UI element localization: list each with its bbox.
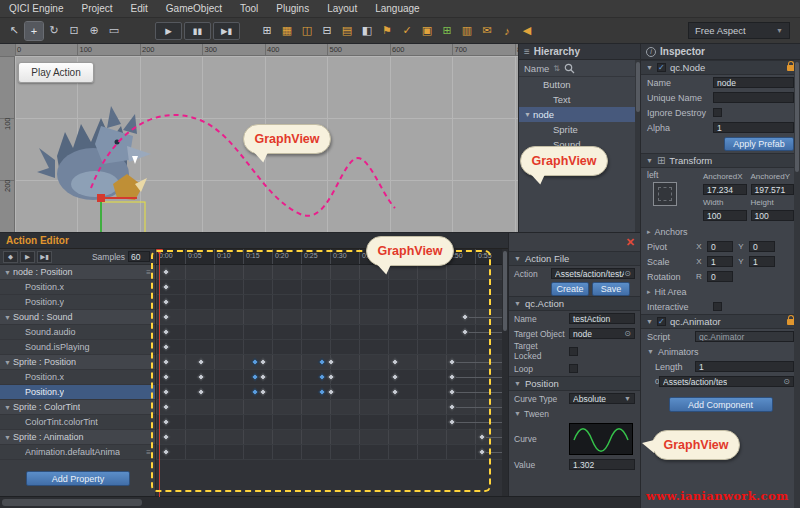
collapse-arrow-icon[interactable]: ▸ <box>647 228 651 236</box>
keyframe-diamond-gray[interactable] <box>162 403 170 411</box>
sort-caret-icon[interactable]: ⇅ <box>553 64 560 73</box>
pause-button[interactable]: ▮▮ <box>184 22 211 40</box>
track-sound-sound[interactable]: ▼Sound : Sound <box>0 310 155 325</box>
keyframe-diamond-gray[interactable] <box>162 313 170 321</box>
rotation-input[interactable]: 0 <box>707 271 733 282</box>
scrollbar-thumb[interactable] <box>2 499 142 506</box>
keyframe-diamond-gray[interactable] <box>326 358 334 366</box>
scale-tool-icon[interactable]: ⊡ <box>65 22 83 40</box>
curve-type-select[interactable]: Absolute ▼ <box>569 393 635 404</box>
qc-animator-enabled-checkbox[interactable]: ✓ <box>657 317 666 326</box>
keyframe-diamond-gray[interactable] <box>461 328 469 336</box>
keyframe-diamond-gray[interactable] <box>448 403 456 411</box>
track-sound-isplaying[interactable]: Sound.isPlaying <box>0 340 155 355</box>
transform-gizmo[interactable] <box>97 194 145 232</box>
keyframe-diamond-gray[interactable] <box>162 283 170 291</box>
hierarchy-item-button[interactable]: Button <box>519 77 640 92</box>
length-input[interactable]: 1 <box>695 361 794 372</box>
curve-preview[interactable] <box>569 423 633 455</box>
action-asset-input[interactable]: Assets/action/testActio ⊙ <box>551 268 635 279</box>
rows-icon[interactable]: ⊟ <box>318 22 336 40</box>
panel-icon[interactable]: ◧ <box>358 22 376 40</box>
anchors-row[interactable]: ▸ Anchors <box>641 224 800 239</box>
track-position-y[interactable]: Position.y <box>0 385 155 400</box>
keyframe-diamond-gray[interactable] <box>390 388 398 396</box>
keyframe-diamond-gray[interactable] <box>162 433 170 441</box>
keyframe-diamond-gray[interactable] <box>390 373 398 381</box>
unique-name-input[interactable] <box>713 92 794 103</box>
samples-input[interactable]: 60 <box>128 251 150 262</box>
keyframe-diamond-gray[interactable] <box>162 298 170 306</box>
object-picker-icon[interactable]: ⊙ <box>783 377 790 386</box>
create-button[interactable]: Create <box>551 282 589 296</box>
width-input[interactable]: 100 <box>703 210 747 221</box>
action-name-input[interactable]: testAction <box>569 313 635 324</box>
hit-area-row[interactable]: ▸ Hit Area <box>641 284 800 299</box>
flag-icon[interactable]: ⚑ <box>378 22 396 40</box>
keyframe-diamond-gray[interactable] <box>162 418 170 426</box>
animator-asset-input[interactable]: Assets/action/tes ⊙ <box>659 376 794 387</box>
keyframe-diamond-gray[interactable] <box>197 373 205 381</box>
qc-animator-section-header[interactable]: ▼ ✓ qc.Animator <box>641 314 800 329</box>
keyframe-diamond-blue[interactable] <box>318 388 326 396</box>
menu-item-layout[interactable]: Layout <box>318 0 366 18</box>
keyframe-diamond-gray[interactable] <box>259 358 267 366</box>
keyframe-diamond-gray[interactable] <box>448 358 456 366</box>
keyframe-diamond-blue[interactable] <box>250 388 258 396</box>
keyframe-diamond-gray[interactable] <box>197 358 205 366</box>
interactive-checkbox[interactable] <box>713 302 722 311</box>
layers-icon[interactable]: ▥ <box>458 22 476 40</box>
scrollbar-thumb[interactable] <box>503 251 507 331</box>
mail-icon[interactable]: ✉ <box>478 22 496 40</box>
collapse-arrow-icon[interactable]: ▼ <box>646 318 653 325</box>
pivot-x-input[interactable]: 0 <box>707 241 733 252</box>
keyframe-diamond-gray[interactable] <box>461 313 469 321</box>
add-component-button[interactable]: Add Component <box>669 397 773 412</box>
track-node-position[interactable]: ▼node : Position≡ <box>0 265 155 280</box>
rotate-tool-icon[interactable]: ↻ <box>45 22 63 40</box>
add-property-button[interactable]: Add Property <box>26 471 130 486</box>
target-locked-checkbox[interactable] <box>569 347 578 356</box>
snap-icon[interactable]: ▦ <box>278 22 296 40</box>
keyframe-diamond-gray[interactable] <box>162 343 170 351</box>
keyframe-diamond-gray[interactable] <box>197 388 205 396</box>
menu-item-qici-engine[interactable]: QICI Engine <box>0 0 72 18</box>
keyframe-diamond-gray[interactable] <box>162 388 170 396</box>
track-sound-audio[interactable]: Sound.audio <box>0 325 155 340</box>
track-position-x[interactable]: Position.x <box>0 280 155 295</box>
target-object-input[interactable]: node ⊙ <box>569 328 635 339</box>
keyframe-diamond-gray[interactable] <box>448 418 456 426</box>
action-file-section-header[interactable]: ▼ Action File <box>509 251 640 266</box>
keyframe-diamond-blue[interactable] <box>250 373 258 381</box>
transform-section-header[interactable]: ▼ ⊞ Transform <box>641 153 800 168</box>
aspect-ratio-select[interactable]: Free Aspect ▼ <box>688 22 790 39</box>
qc-action-section-header[interactable]: ▼ qc.Action <box>509 296 640 311</box>
track-colortint-colortint[interactable]: ColorTint.colorTint <box>0 415 155 430</box>
timeline[interactable]: 0:000:050:100:150:200:250:300:350:400:45… <box>155 249 502 497</box>
hierarchy-item-sprite[interactable]: Sprite <box>519 122 640 137</box>
check-icon[interactable]: ✓ <box>398 22 416 40</box>
move-tool-icon[interactable]: + <box>25 22 43 40</box>
music-icon[interactable]: ♪ <box>498 22 516 40</box>
sprite-wolf[interactable] <box>37 106 151 200</box>
collapse-arrow-icon[interactable]: ▼ <box>647 348 654 355</box>
audio-icon[interactable]: ◀ <box>518 22 536 40</box>
inspector-scrollbar[interactable] <box>794 60 800 508</box>
menu-item-project[interactable]: Project <box>72 0 121 18</box>
collapse-arrow-icon[interactable]: ▼ <box>646 64 653 71</box>
hierarchy-item-node[interactable]: ▼node <box>519 107 640 122</box>
apply-prefab-button[interactable]: Apply Prefab <box>724 137 794 151</box>
scale-x-input[interactable]: 1 <box>707 256 733 267</box>
keyframe-diamond-blue[interactable] <box>318 358 326 366</box>
keyframe-diamond-blue[interactable] <box>318 373 326 381</box>
object-picker-icon[interactable]: ⊙ <box>624 269 631 278</box>
track-sprite-animation[interactable]: ▼Sprite : Animation <box>0 430 155 445</box>
close-icon[interactable]: ✕ <box>626 236 635 249</box>
name-input[interactable]: node <box>713 77 794 88</box>
ignore-destroy-checkbox[interactable] <box>713 108 722 117</box>
keyframe-diamond-gray[interactable] <box>448 373 456 381</box>
keyframe-diamond-gray[interactable] <box>478 448 486 456</box>
track-position-x[interactable]: Position.x <box>0 370 155 385</box>
menu-item-gameobject[interactable]: GameObject <box>157 0 231 18</box>
collapse-arrow-icon[interactable]: ▸ <box>647 288 651 296</box>
